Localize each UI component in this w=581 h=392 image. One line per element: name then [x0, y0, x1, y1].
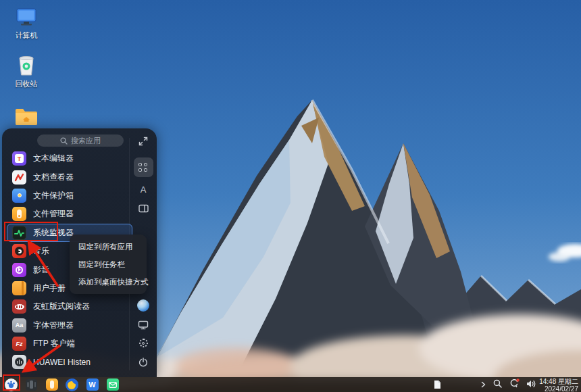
desktop-icon-home-folder[interactable]: [7, 105, 45, 127]
settings-gear-icon[interactable]: [130, 339, 157, 347]
desktop-icon-computer[interactable]: 计算机: [7, 7, 45, 41]
document-viewer-icon: [12, 170, 26, 185]
recycle-bin-icon: [7, 55, 45, 77]
taskbar: W 14:48 星期二 2024/02/27: [0, 377, 581, 392]
wps-icon: W: [86, 378, 99, 391]
tray-document-icon[interactable]: [434, 380, 441, 392]
tray-expand-chevron-icon[interactable]: [481, 378, 486, 391]
fullscreen-expand-icon[interactable]: [138, 136, 149, 147]
taskbar-mail-button[interactable]: [106, 378, 119, 391]
launcher-icon: [5, 378, 18, 391]
desktop-icon-label: 回收站: [7, 79, 45, 89]
user-manual-icon: [12, 281, 26, 295]
file-manager-icon: [12, 207, 26, 221]
system-monitor-icon: [12, 226, 26, 240]
app-row-font-manager[interactable]: Aa 字体管理器: [7, 316, 132, 335]
power-icon[interactable]: [130, 358, 157, 367]
taskbar-apps: W: [0, 378, 126, 391]
dock-icon: [26, 379, 37, 391]
app-row-document-viewer[interactable]: 文档查看器: [7, 168, 132, 186]
huawei-histen-icon: [12, 355, 26, 369]
tray-notifications-icon[interactable]: [509, 378, 519, 391]
text-editor-icon: T: [12, 151, 26, 166]
all-apps-grid-icon[interactable]: [130, 163, 157, 172]
app-row-huawei-histen[interactable]: HUAWEI Histen: [7, 353, 132, 371]
category-view-icon[interactable]: [130, 204, 157, 213]
file-manager-icon: [46, 378, 58, 391]
clock-time: 14:48 星期二: [539, 378, 578, 385]
tray-search-icon[interactable]: [493, 378, 502, 391]
ftp-client-icon: Fz: [12, 337, 26, 351]
taskbar-wps-button[interactable]: W: [86, 378, 99, 391]
context-menu: 固定到所有应用 固定到任务栏 添加到桌面快捷方式: [70, 235, 147, 294]
menu-item-add-desktop-shortcut[interactable]: 添加到桌面快捷方式: [70, 273, 147, 291]
system-tray: [481, 377, 536, 392]
desktop-icon-label: 计算机: [7, 30, 45, 41]
menu-item-pin-to-all-apps[interactable]: 固定到所有应用: [70, 238, 147, 255]
movies-icon: [12, 263, 26, 277]
taskbar-file-manager-button[interactable]: [45, 378, 58, 391]
display-monitor-icon[interactable]: [130, 320, 157, 330]
app-row-text-editor[interactable]: T 文本编辑器: [7, 149, 132, 168]
app-row-file-vault[interactable]: 文件保护箱: [7, 187, 132, 205]
taskbar-clock[interactable]: 14:48 星期二 2024/02/27: [539, 378, 578, 392]
search-input[interactable]: 搜索应用: [37, 134, 124, 147]
taskbar-browser-button[interactable]: [66, 378, 78, 391]
app-row-ofd-reader[interactable]: 友虹版式阅读器: [7, 297, 132, 316]
mail-icon: [107, 378, 119, 391]
search-placeholder: 搜索应用: [71, 136, 101, 146]
computer-icon: [7, 7, 45, 28]
ofd-reader-icon: [12, 299, 26, 314]
clock-date: 2024/02/27: [539, 385, 578, 392]
browser-icon: [66, 378, 78, 391]
app-row-file-manager[interactable]: 文件管理器: [7, 205, 132, 223]
folder-icon: [7, 105, 45, 127]
music-icon: [12, 244, 26, 258]
alphabet-sort-icon[interactable]: A: [130, 185, 157, 195]
app-row-ftp-client[interactable]: Fz FTP 客户端: [7, 335, 132, 353]
desktop-icon-recycle-bin[interactable]: 回收站: [7, 55, 45, 89]
menu-item-pin-to-taskbar[interactable]: 固定到任务栏: [70, 255, 147, 273]
tray-volume-icon[interactable]: [526, 378, 536, 391]
font-manager-icon: Aa: [12, 318, 26, 333]
taskbar-launcher-button[interactable]: [5, 378, 18, 391]
taskbar-dock-button[interactable]: [25, 378, 38, 391]
search-icon: [60, 137, 68, 145]
user-avatar[interactable]: [130, 299, 157, 312]
file-vault-icon: [12, 189, 26, 203]
